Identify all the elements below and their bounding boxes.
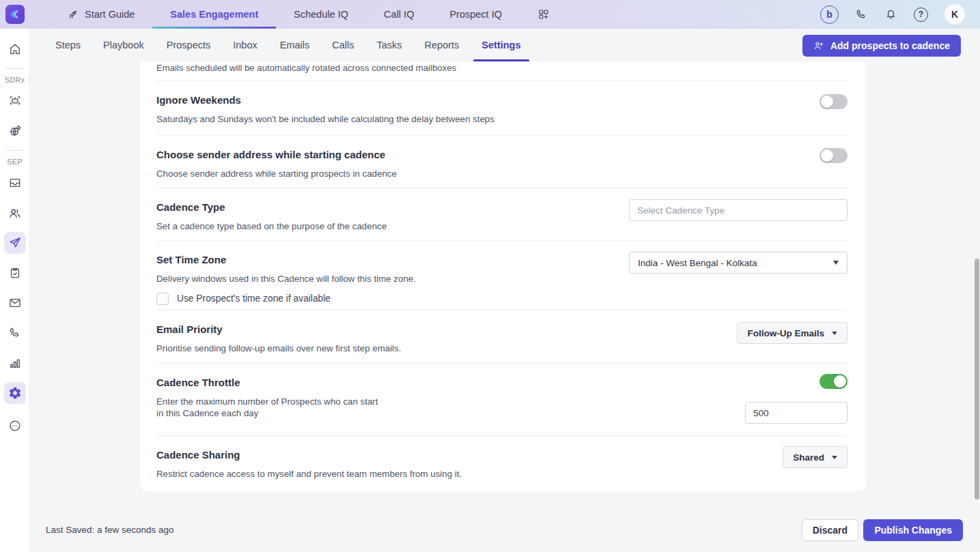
tab-tasks[interactable]: Tasks bbox=[368, 29, 410, 61]
ignore-weekends-toggle[interactable] bbox=[820, 94, 848, 109]
person-plus-icon bbox=[813, 40, 824, 51]
nav-item-label: Schedule IQ bbox=[294, 9, 348, 20]
tab-prospects[interactable]: Prospects bbox=[158, 29, 219, 61]
tab-label: Inbox bbox=[233, 40, 257, 50]
bell-icon[interactable] bbox=[884, 8, 897, 21]
bar-chart-icon bbox=[8, 356, 22, 370]
setting-row-cadence-sharing: Cadence Sharing Restrict cadence access … bbox=[156, 436, 848, 493]
prospect-timezone-checkbox[interactable] bbox=[156, 293, 169, 305]
avatar-initial: K bbox=[951, 9, 958, 20]
cadence-sharing-value: Shared bbox=[793, 452, 824, 463]
publish-changes-button[interactable]: Publish Changes bbox=[863, 519, 963, 541]
cadence-sharing-dropdown[interactable]: Shared bbox=[783, 446, 848, 468]
sidebar-divider bbox=[5, 150, 25, 151]
cadence-tabs: Steps Playbook Prospects Inbox Emails Ca… bbox=[47, 29, 529, 61]
add-button-label: Add prospects to cadence bbox=[830, 40, 950, 51]
help-icon[interactable]: ? bbox=[914, 8, 928, 22]
top-nav-right-icons: b ? K bbox=[820, 4, 965, 25]
b-badge-glyph: b bbox=[826, 9, 832, 20]
setting-row-email-priority: Email Priority Prioritise sending follow… bbox=[156, 310, 848, 364]
email-priority-value: Follow-Up Emails bbox=[747, 328, 824, 338]
mailbox-rotation-helper-text: Emails scheduled will be automatically r… bbox=[156, 63, 848, 73]
tab-emails[interactable]: Emails bbox=[272, 29, 318, 61]
inbox-tray-icon bbox=[8, 176, 22, 190]
b-badge-icon[interactable]: b bbox=[820, 5, 839, 24]
klenty-chevron-logo-icon bbox=[9, 8, 21, 20]
cadence-tab-bar: Steps Playbook Prospects Inbox Emails Ca… bbox=[30, 29, 980, 61]
cadence-throttle-toggle[interactable] bbox=[820, 374, 848, 389]
tab-label: Emails bbox=[280, 40, 310, 50]
time-zone-value: India - West Bengal - Kolkata bbox=[638, 258, 757, 268]
paper-plane-icon bbox=[8, 236, 22, 250]
apps-menu-button[interactable] bbox=[520, 0, 568, 29]
setting-description: Delivery windows used in this Cadence wi… bbox=[156, 274, 607, 285]
envelope-icon bbox=[8, 296, 22, 310]
sidebar-item-more[interactable] bbox=[4, 415, 26, 437]
sidebar-item-prospects[interactable] bbox=[4, 202, 26, 224]
setting-row-time-zone: Set Time Zone Delivery windows used in t… bbox=[156, 241, 848, 310]
sidebar-group-label-sdrx: SDRx bbox=[5, 76, 25, 84]
rocket-icon bbox=[67, 9, 79, 20]
email-priority-dropdown[interactable]: Follow-Up Emails bbox=[737, 322, 848, 344]
sidebar-item-tasks[interactable] bbox=[4, 262, 26, 284]
sidebar-item-settings[interactable] bbox=[4, 382, 26, 404]
vertical-scrollbar-thumb[interactable] bbox=[975, 259, 979, 499]
nav-item-prospect-iq[interactable]: Prospect IQ bbox=[432, 0, 520, 29]
phone-icon bbox=[8, 326, 22, 340]
last-saved-status: Last Saved: a few seconds ago bbox=[46, 525, 174, 535]
mailbox-rotation-helper-row: Emails scheduled will be automatically r… bbox=[156, 61, 848, 81]
add-prospects-to-cadence-button[interactable]: Add prospects to cadence bbox=[802, 35, 961, 57]
choose-sender-toggle[interactable] bbox=[820, 148, 848, 163]
discard-button[interactable]: Discard bbox=[802, 519, 858, 541]
clipboard-check-icon bbox=[8, 266, 22, 280]
throttle-limit-input[interactable] bbox=[745, 402, 848, 424]
nav-item-start-guide[interactable]: Start Guide bbox=[49, 0, 152, 29]
tab-label: Reports bbox=[425, 40, 460, 50]
sidebar-item-reports[interactable] bbox=[4, 352, 26, 374]
tab-label: Calls bbox=[332, 40, 354, 50]
setting-title: Choose sender address while starting cad… bbox=[156, 136, 848, 160]
tab-label: Tasks bbox=[376, 40, 402, 50]
sidebar-item-emails[interactable] bbox=[4, 292, 26, 314]
apps-grid-plus-icon bbox=[537, 8, 550, 20]
chevron-down-icon bbox=[833, 261, 839, 265]
time-zone-select[interactable]: India - West Bengal - Kolkata bbox=[629, 252, 848, 274]
tab-calls[interactable]: Calls bbox=[324, 29, 362, 61]
sidebar-item-calls[interactable] bbox=[4, 322, 26, 344]
sidebar-item-sdrx-agent[interactable] bbox=[4, 90, 26, 112]
sidebar-divider bbox=[5, 68, 25, 69]
tab-reports[interactable]: Reports bbox=[417, 29, 468, 61]
user-avatar[interactable]: K bbox=[944, 4, 965, 25]
sidebar-item-home[interactable] bbox=[4, 38, 26, 60]
setting-title: Ignore Weekends bbox=[156, 81, 848, 106]
gear-icon bbox=[8, 386, 22, 400]
klenty-logo[interactable] bbox=[5, 5, 25, 24]
chevron-down-icon bbox=[832, 332, 837, 335]
globe-gear-icon bbox=[8, 124, 22, 138]
prospect-timezone-checkbox-label: Use Prospect's time zone if available bbox=[177, 293, 331, 304]
cadence-settings-card: Emails scheduled will be automatically r… bbox=[140, 61, 865, 491]
sidebar-item-sdrx-web[interactable] bbox=[4, 120, 26, 142]
chevron-down-icon bbox=[832, 456, 837, 459]
setting-row-choose-sender: Choose sender address while starting cad… bbox=[156, 136, 848, 188]
sidebar-item-cadences[interactable] bbox=[4, 232, 26, 254]
setting-description: Choose sender address while starting pro… bbox=[156, 169, 607, 179]
tab-playbook[interactable]: Playbook bbox=[95, 29, 152, 61]
nav-item-sales-engagement[interactable]: Sales Engagement bbox=[152, 0, 276, 29]
tab-settings[interactable]: Settings bbox=[473, 29, 529, 61]
tab-inbox[interactable]: Inbox bbox=[225, 29, 265, 61]
top-nav-items: Start Guide Sales Engagement Schedule IQ… bbox=[49, 0, 568, 29]
bot-icon bbox=[8, 94, 22, 108]
nav-item-label: Prospect IQ bbox=[449, 9, 502, 20]
nav-item-schedule-iq[interactable]: Schedule IQ bbox=[276, 0, 366, 29]
sidebar-item-inbox[interactable] bbox=[4, 172, 26, 194]
help-glyph: ? bbox=[919, 10, 923, 19]
nav-item-label: Start Guide bbox=[85, 9, 135, 20]
cadence-type-input[interactable] bbox=[629, 199, 848, 221]
setting-description: Saturdays and Sundays won't be included … bbox=[156, 114, 607, 125]
nav-item-call-iq[interactable]: Call IQ bbox=[366, 0, 432, 29]
phone-icon[interactable] bbox=[855, 8, 868, 21]
tab-steps[interactable]: Steps bbox=[47, 29, 89, 61]
setting-row-cadence-type: Cadence Type Set a cadence type based on… bbox=[156, 188, 848, 241]
setting-description: Prioritise sending follow-up emails over… bbox=[156, 343, 607, 354]
